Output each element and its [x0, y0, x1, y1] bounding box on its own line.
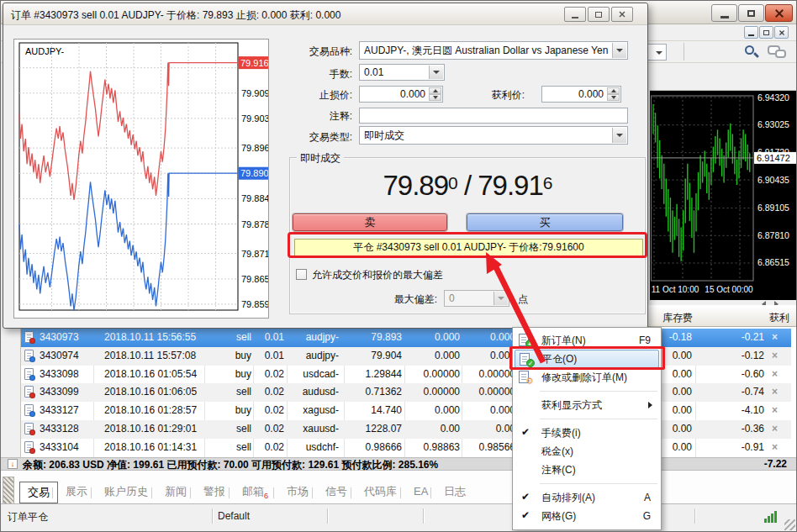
svg-text:79.865: 79.865	[241, 274, 268, 284]
menu-item-new-order[interactable]: +新订单(N)F9	[515, 331, 659, 350]
tab-alerts[interactable]: 警报	[196, 482, 233, 503]
chevron-down-icon[interactable]	[429, 66, 443, 79]
tab-codebase[interactable]: 代码库	[356, 482, 404, 503]
menu-item-label: 税金(x)	[541, 445, 573, 459]
menu-item-modify-order[interactable]: ⚙修改或删除订单(M)	[515, 368, 659, 387]
takeprofit-spin-up[interactable]	[607, 87, 620, 94]
close-position-icon: ✓	[520, 353, 536, 366]
order-dialog: 订单 #3430973 sell 0.01 AUDJPY- 于价格: 79.89…	[3, 3, 648, 329]
deviation-checkbox[interactable]	[296, 269, 307, 280]
cell-time: 2018.10.16 01:06:05	[104, 386, 214, 398]
status-profile[interactable]: Default	[218, 510, 250, 522]
cell-price: 0.98666	[347, 441, 402, 453]
close-order-x-button[interactable]: ×	[769, 405, 780, 416]
stoploss-spin-down[interactable]	[429, 94, 441, 101]
tab-separator	[190, 487, 191, 498]
close-order-x-button[interactable]: ×	[769, 424, 780, 435]
table-row[interactable]: 34309742018.10.11 15:57:08buy0.01audjpy-…	[21, 347, 791, 366]
tab-separator	[91, 487, 92, 498]
volume-select[interactable]: 0.01	[359, 64, 445, 81]
menu-item-grid[interactable]: ✔网格(G)G	[515, 507, 659, 525]
table-row[interactable]: 34331282018.10.16 01:29:01sell0.02xauusd…	[21, 420, 791, 439]
zoom-button[interactable]	[742, 43, 761, 61]
header-profit[interactable]: 获利	[724, 311, 789, 325]
table-row[interactable]: 34331272018.10.16 01:28:57buy0.02xagusd-…	[21, 402, 791, 420]
cell-time: 2018.10.11 15:56:55	[104, 331, 214, 343]
dialog-titlebar[interactable]: 订单 #3430973 sell 0.01 AUDJPY- 于价格: 79.89…	[3, 3, 647, 25]
resize-grip[interactable]	[784, 519, 795, 530]
close-order-x-button[interactable]: ×	[769, 387, 780, 398]
svg-text:79.859: 79.859	[241, 299, 268, 309]
order-type-icon	[24, 386, 34, 398]
mdi-close-button[interactable]	[774, 26, 789, 39]
dialog-close-button[interactable]	[611, 7, 633, 22]
tab-separator	[273, 487, 274, 498]
orders-table: 34309732018.10.11 15:56:55sell0.01audjpy…	[1, 329, 797, 457]
cell-swap: -0.18	[658, 331, 692, 343]
cell-symbol: usdchf-	[291, 441, 339, 453]
main-maximize-button[interactable]	[738, 4, 764, 22]
dialog-title: 订单 #3430973 sell 0.01 AUDJPY- 于价格: 79.89…	[11, 8, 340, 23]
chevron-down-icon[interactable]	[612, 43, 626, 58]
tab-journal[interactable]: 日志	[436, 482, 473, 503]
takeprofit-spin-down[interactable]	[607, 94, 620, 101]
close-order-x-button[interactable]: ×	[769, 369, 780, 380]
tab-label: EA	[414, 485, 428, 498]
tab-mailbox[interactable]: 邮箱6	[235, 482, 276, 503]
main-close-button[interactable]	[765, 4, 793, 22]
table-row[interactable]: 34330982018.10.16 01:05:54buy0.02usdcad-…	[21, 366, 791, 384]
menu-item-comment[interactable]: 注释(C)	[515, 461, 659, 479]
svg-text:79.871: 79.871	[241, 249, 268, 259]
summary-expander-button[interactable]: ↓	[8, 459, 18, 469]
symbol-select[interactable]: AUDJPY-, 澳元日圆 Australian Dollar vs Japan…	[359, 41, 628, 60]
order-type-select[interactable]: 即时成交	[359, 126, 628, 145]
svg-text:15 Oct 00:00: 15 Oct 00:00	[705, 285, 753, 294]
comment-input[interactable]	[359, 108, 628, 124]
close-order-x-button[interactable]: ×	[769, 442, 780, 453]
dialog-maximize-button[interactable]	[588, 7, 610, 22]
close-position-button[interactable]: 平仓 #3430973 sell 0.01 AUDJPY- 于价格:79.916…	[294, 239, 643, 256]
tab-exposure[interactable]: 展示	[58, 482, 95, 503]
tab-news[interactable]: 新闻	[157, 482, 194, 503]
mdi-restore-button[interactable]	[759, 26, 773, 39]
menu-item-commission[interactable]: ✔手续费(i)	[515, 424, 659, 442]
table-row[interactable]: 34309732018.10.11 15:56:55sell0.01audjpy…	[21, 329, 791, 347]
tab-signals[interactable]: 信号	[318, 482, 355, 503]
cell-symbol: audusd-	[291, 386, 339, 398]
menu-item-auto-arrange[interactable]: ✔自动排列(A)A	[515, 488, 659, 507]
close-icon	[774, 8, 784, 18]
menu-item-tax[interactable]: 税金(x)	[515, 442, 659, 461]
buy-button[interactable]: 买	[467, 213, 623, 231]
status-mode: 订单平仓	[8, 510, 48, 524]
dialog-minimize-button[interactable]	[564, 7, 586, 22]
table-row[interactable]: 34330992018.10.16 01:06:05sell0.02audusd…	[21, 383, 791, 402]
takeprofit-input[interactable]: 0.000	[541, 86, 621, 103]
main-minimize-button[interactable]	[711, 4, 737, 22]
panel-left-gutter	[1, 305, 21, 470]
tab-market[interactable]: 市场	[279, 482, 316, 503]
close-order-x-button[interactable]: ×	[769, 332, 780, 343]
stoploss-spin-up[interactable]	[429, 87, 441, 94]
chevron-down-icon[interactable]	[612, 128, 626, 143]
tab-ea[interactable]: EA	[406, 482, 435, 503]
table-row[interactable]: 34331042018.10.16 01:14:31sell0.02usdchf…	[21, 439, 791, 457]
order-type-icon	[24, 404, 34, 416]
tab-label: 邮箱	[242, 485, 264, 498]
panel-drag-grip[interactable]	[3, 477, 14, 505]
cell-symbol: audjpy-	[291, 350, 339, 361]
close-order-x-button[interactable]: ×	[769, 350, 780, 361]
close-icon	[779, 29, 784, 35]
sell-button[interactable]: 卖	[293, 213, 447, 231]
chat-button[interactable]	[766, 44, 789, 61]
svg-text:79.916: 79.916	[240, 58, 268, 68]
mdi-minimize-button[interactable]	[744, 26, 758, 39]
cell-symbol: xagusd-	[291, 404, 339, 416]
tab-account-history[interactable]: 账户历史	[97, 482, 156, 503]
menu-item-close-position[interactable]: ✓平仓(O)	[515, 350, 659, 368]
cell-type: sell	[203, 386, 251, 398]
stoploss-input[interactable]: 0.000	[359, 86, 443, 103]
status-bar: 订单平仓 Default	[1, 503, 797, 532]
chevron-down-icon	[494, 292, 508, 305]
main-chart[interactable]: 6.943206.930256.917206.904356.891056.878…	[650, 91, 797, 300]
menu-item-profit-display[interactable]: 获利显示方式	[515, 396, 659, 414]
